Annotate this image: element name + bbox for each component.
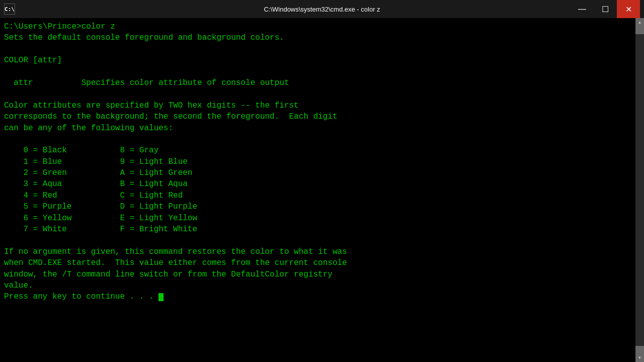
cursor	[158, 293, 164, 301]
close-button[interactable]: ✕	[617, 0, 640, 18]
scroll-thumb-top[interactable]	[635, 27, 644, 34]
scrollbar[interactable]: ▲ ▼	[635, 18, 644, 362]
window-title: C:\Windows\system32\cmd.exe - color z	[264, 6, 380, 13]
title-bar: C:\ C:\Windows\system32\cmd.exe - color …	[0, 0, 644, 18]
title-bar-left: C:\	[4, 4, 15, 15]
maximize-button[interactable]: ☐	[594, 0, 617, 18]
cmd-icon-text: C:\	[5, 6, 15, 13]
cmd-window: C:\ C:\Windows\system32\cmd.exe - color …	[0, 0, 644, 362]
terminal-output: C:\Users\Prince>color z Sets the default…	[0, 18, 635, 362]
scroll-up-button[interactable]: ▲	[635, 18, 644, 27]
terminal-text: C:\Users\Prince>color z Sets the default…	[4, 21, 631, 303]
scroll-down-button[interactable]: ▼	[635, 353, 644, 362]
cmd-icon: C:\	[4, 4, 15, 15]
minimize-button[interactable]: —	[571, 0, 594, 18]
scroll-thumb-bottom[interactable]	[635, 346, 644, 353]
window-controls: — ☐ ✕	[571, 0, 640, 18]
content-area: C:\Users\Prince>color z Sets the default…	[0, 18, 644, 362]
scroll-track	[635, 27, 644, 353]
